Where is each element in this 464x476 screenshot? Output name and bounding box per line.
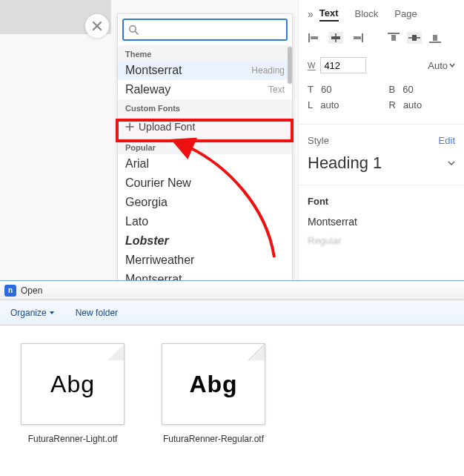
organize-menu[interactable]: Organize xyxy=(10,308,55,318)
style-selector[interactable]: Heading 1 xyxy=(308,153,455,173)
section-custom: Custom Fonts xyxy=(118,99,292,115)
section-popular: Popular xyxy=(118,139,292,154)
spacing-t-label: T xyxy=(308,84,314,95)
align-right-icon[interactable] xyxy=(349,32,364,44)
dialog-titlebar: n Open xyxy=(0,281,464,300)
spacing-grid: T60 B60 Lauto Rauto xyxy=(308,84,455,110)
font-preview: Abg xyxy=(50,371,95,398)
file-tile[interactable]: Abg FuturaRenner-Regular.otf xyxy=(162,343,265,444)
tab-page[interactable]: Page xyxy=(394,7,417,21)
new-folder-button[interactable]: New folder xyxy=(76,308,118,318)
svg-rect-3 xyxy=(354,36,361,39)
upload-font-label: Upload Font xyxy=(139,121,195,133)
horizontal-align-group xyxy=(308,32,364,44)
vertical-align-group xyxy=(386,32,443,44)
svg-rect-5 xyxy=(412,35,417,41)
width-input[interactable] xyxy=(320,57,366,73)
font-search-input[interactable] xyxy=(122,19,288,41)
file-name: FuturaRenner-Light.otf xyxy=(28,434,118,444)
svg-rect-1 xyxy=(311,36,318,39)
file-name: FuturaRenner-Regular.otf xyxy=(163,434,264,444)
spacing-b-label: B xyxy=(389,84,396,95)
width-label: W xyxy=(308,61,316,70)
align-left-icon[interactable] xyxy=(308,32,322,44)
spacing-b-value[interactable]: 60 xyxy=(402,84,413,95)
spacing-r-value[interactable]: auto xyxy=(403,99,422,110)
properties-panel: » Text Block Page W Auto T60 B60 xyxy=(298,0,464,280)
font-item-georgia[interactable]: Georgia xyxy=(118,193,292,212)
font-name: Raleway xyxy=(125,83,170,96)
close-button[interactable] xyxy=(85,14,109,38)
app-icon: n xyxy=(4,285,16,297)
plus-icon xyxy=(125,122,134,131)
font-name: Lato xyxy=(125,215,148,228)
file-tile[interactable]: Abg FuturaRenner-Light.otf xyxy=(21,343,125,444)
font-item-courier[interactable]: Courier New xyxy=(118,173,292,193)
file-thumbnail: Abg xyxy=(162,343,265,425)
font-dropdown: Theme Montserrat Heading Raleway Text Cu… xyxy=(117,13,293,309)
upload-font-button[interactable]: Upload Font xyxy=(118,115,292,139)
chevron-down-icon xyxy=(49,310,55,316)
svg-rect-4 xyxy=(391,35,396,41)
svg-rect-6 xyxy=(433,35,437,41)
font-item-merriweather[interactable]: Merriweather xyxy=(118,251,292,270)
font-item-montserrat[interactable]: Montserrat Heading xyxy=(118,61,292,80)
align-center-icon[interactable] xyxy=(328,32,343,44)
spacing-t-value[interactable]: 60 xyxy=(321,84,331,95)
close-icon xyxy=(92,21,102,31)
width-auto-toggle[interactable]: Auto xyxy=(428,60,455,71)
page-fold-icon xyxy=(107,344,124,360)
font-name: Merriweather xyxy=(125,254,194,267)
font-weight-value[interactable]: Regular xyxy=(308,235,455,246)
dialog-title: Open xyxy=(21,285,42,296)
font-item-lobster[interactable]: Lobster xyxy=(118,231,292,251)
style-label: Style xyxy=(308,135,329,146)
chevron-down-icon xyxy=(449,62,455,68)
chevron-down-icon xyxy=(448,159,455,167)
spacing-r-label: R xyxy=(389,99,396,110)
font-name: Arial xyxy=(125,157,149,171)
spacing-l-value[interactable]: auto xyxy=(320,99,339,110)
edit-style-link[interactable]: Edit xyxy=(439,135,455,146)
font-item-raleway[interactable]: Raleway Text xyxy=(118,80,292,99)
page-fold-icon xyxy=(248,344,265,360)
font-name: Montserrat xyxy=(125,64,182,77)
font-item-arial[interactable]: Arial xyxy=(118,154,292,173)
style-value-text: Heading 1 xyxy=(308,153,382,173)
expand-panel-icon[interactable]: » xyxy=(308,8,314,20)
font-name: Courier New xyxy=(125,176,191,190)
font-preview: Abg xyxy=(189,371,237,398)
spacing-l-label: L xyxy=(308,99,313,110)
organize-label: Organize xyxy=(10,308,47,318)
font-section-label: Font xyxy=(308,196,455,207)
font-role: Heading xyxy=(251,65,285,76)
tab-block[interactable]: Block xyxy=(355,7,379,21)
file-thumbnail: Abg xyxy=(21,343,125,425)
align-bottom-icon[interactable] xyxy=(428,32,443,44)
auto-label: Auto xyxy=(428,60,448,71)
svg-rect-2 xyxy=(331,36,340,39)
tab-text[interactable]: Text xyxy=(319,6,339,22)
section-theme: Theme xyxy=(118,45,292,61)
font-item-lato[interactable]: Lato xyxy=(118,212,292,231)
font-name: Lobster xyxy=(125,234,169,248)
align-top-icon[interactable] xyxy=(386,32,401,44)
file-open-dialog: n Open Organize New folder Abg FuturaRen… xyxy=(0,280,464,476)
align-middle-icon[interactable] xyxy=(407,32,422,44)
font-role: Text xyxy=(268,85,285,95)
dropdown-scrollbar[interactable] xyxy=(288,47,292,84)
font-name: Georgia xyxy=(125,196,168,209)
font-family-value[interactable]: Montserrat xyxy=(308,216,455,228)
